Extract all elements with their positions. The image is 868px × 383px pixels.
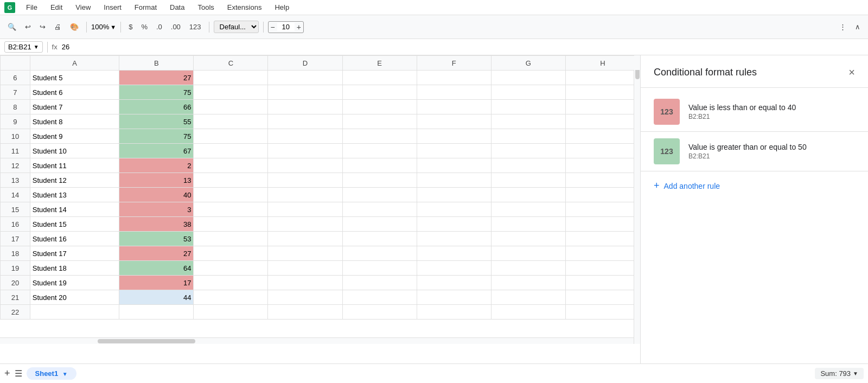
cell-g20[interactable] (491, 276, 565, 290)
cell-d11[interactable] (268, 144, 342, 158)
col-header-b[interactable]: B (119, 56, 194, 71)
cell-a8[interactable]: Student 7 (30, 100, 119, 114)
col-header-d[interactable]: D (268, 56, 342, 71)
cell-e9[interactable] (342, 114, 417, 129)
row-header-17[interactable]: 17 (1, 232, 30, 246)
cell-22-0[interactable] (30, 305, 119, 320)
cell-e13[interactable] (342, 173, 417, 188)
cell-e15[interactable] (342, 202, 417, 217)
add-rule-button[interactable]: + Add another rule (641, 171, 733, 200)
cell-d18[interactable] (268, 246, 342, 261)
cell-f8[interactable] (417, 100, 491, 114)
rule-item-1[interactable]: 123 Value is less than or equal to 40 B2… (641, 92, 868, 132)
cell-g9[interactable] (491, 114, 565, 129)
cell-h11[interactable] (565, 144, 640, 158)
cell-b9[interactable]: 55 (119, 114, 194, 129)
cell-a20[interactable]: Student 19 (30, 276, 119, 290)
cell-f12[interactable] (417, 158, 491, 173)
cell-f19[interactable] (417, 261, 491, 276)
cell-f6[interactable] (417, 71, 491, 85)
cell-22-6[interactable] (491, 305, 565, 320)
h-scrollbar-thumb[interactable] (98, 339, 195, 343)
cell-a18[interactable]: Student 17 (30, 246, 119, 261)
cell-22-7[interactable] (565, 305, 640, 320)
cell-c11[interactable] (194, 144, 268, 158)
row-header-18[interactable]: 18 (1, 246, 30, 261)
cell-c12[interactable] (194, 158, 268, 173)
cell-h12[interactable] (565, 158, 640, 173)
cell-a17[interactable]: Student 16 (30, 232, 119, 246)
cell-b8[interactable]: 66 (119, 100, 194, 114)
sum-dropdown-icon[interactable]: ▼ (853, 371, 858, 376)
cell-ref-dropdown-icon[interactable]: ▼ (34, 44, 39, 50)
cell-e14[interactable] (342, 188, 417, 202)
cell-d20[interactable] (268, 276, 342, 290)
rule-item-2[interactable]: 123 Value is greater than or equal to 50… (641, 132, 868, 171)
row-header-6[interactable]: 6 (1, 71, 30, 85)
cell-b18[interactable]: 27 (119, 246, 194, 261)
cell-h14[interactable] (565, 188, 640, 202)
cell-c6[interactable] (194, 71, 268, 85)
cell-c20[interactable] (194, 276, 268, 290)
cell-h10[interactable] (565, 129, 640, 144)
cell-h16[interactable] (565, 217, 640, 232)
cell-22-1[interactable] (119, 305, 194, 320)
cell-g13[interactable] (491, 173, 565, 188)
print-button[interactable]: 🖨 (51, 21, 65, 33)
row-header-11[interactable]: 11 (1, 144, 30, 158)
undo-button[interactable]: ↩ (22, 21, 34, 33)
cell-c10[interactable] (194, 129, 268, 144)
cell-g8[interactable] (491, 100, 565, 114)
cell-g12[interactable] (491, 158, 565, 173)
decimal-dec-button[interactable]: .0 (153, 21, 165, 33)
cell-c18[interactable] (194, 246, 268, 261)
cell-e10[interactable] (342, 129, 417, 144)
row-header-8[interactable]: 8 (1, 100, 30, 114)
cell-d17[interactable] (268, 232, 342, 246)
more-options-button[interactable]: ⋮ (836, 21, 850, 33)
cell-b20[interactable]: 17 (119, 276, 194, 290)
cell-d14[interactable] (268, 188, 342, 202)
col-header-f[interactable]: F (417, 56, 491, 71)
cell-h9[interactable] (565, 114, 640, 129)
cell-d6[interactable] (268, 71, 342, 85)
cell-f10[interactable] (417, 129, 491, 144)
cell-b19[interactable]: 64 (119, 261, 194, 276)
cell-22-3[interactable] (268, 305, 342, 320)
cell-d16[interactable] (268, 217, 342, 232)
cell-f14[interactable] (417, 188, 491, 202)
menu-tools[interactable]: Tools (195, 2, 216, 12)
redo-button[interactable]: ↪ (36, 21, 49, 33)
cell-b14[interactable]: 40 (119, 188, 194, 202)
menu-extensions[interactable]: Extensions (225, 2, 264, 12)
cell-a14[interactable]: Student 13 (30, 188, 119, 202)
cell-b11[interactable]: 67 (119, 144, 194, 158)
cell-f17[interactable] (417, 232, 491, 246)
cell-a11[interactable]: Student 10 (30, 144, 119, 158)
cell-g7[interactable] (491, 85, 565, 100)
font-select[interactable]: Defaul... (214, 21, 259, 33)
cell-e11[interactable] (342, 144, 417, 158)
collapse-button[interactable]: ∧ (852, 21, 864, 33)
cell-e17[interactable] (342, 232, 417, 246)
cell-b12[interactable]: 2 (119, 158, 194, 173)
cell-h20[interactable] (565, 276, 640, 290)
cell-c7[interactable] (194, 85, 268, 100)
cell-a15[interactable]: Student 14 (30, 202, 119, 217)
decimal-inc-button[interactable]: .00 (168, 21, 184, 33)
cell-h15[interactable] (565, 202, 640, 217)
cell-f7[interactable] (417, 85, 491, 100)
font-size-input[interactable]: 10 (277, 23, 295, 31)
font-size-increase[interactable]: + (295, 22, 303, 33)
formula-input[interactable] (62, 43, 864, 51)
cell-a13[interactable]: Student 12 (30, 173, 119, 188)
cell-c21[interactable] (194, 290, 268, 305)
cell-f18[interactable] (417, 246, 491, 261)
cell-e8[interactable] (342, 100, 417, 114)
col-header-a[interactable]: A (30, 56, 119, 71)
menu-file[interactable]: File (24, 2, 40, 12)
cell-h8[interactable] (565, 100, 640, 114)
sheet-tab-dropdown-icon[interactable]: ▼ (62, 371, 68, 377)
cell-h13[interactable] (565, 173, 640, 188)
cell-a10[interactable]: Student 9 (30, 129, 119, 144)
